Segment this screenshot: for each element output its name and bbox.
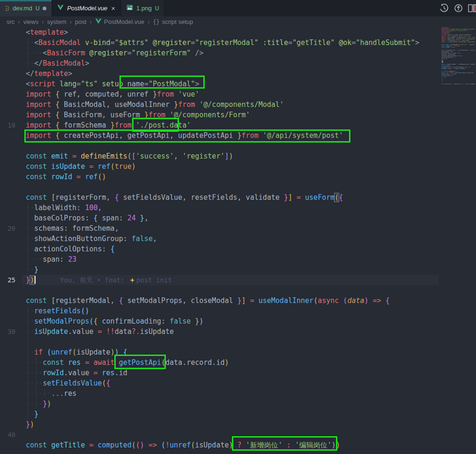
- code-token: :: [283, 441, 291, 449]
- code-token: isUpdate: [441, 68, 447, 69]
- timeline-icon[interactable]: [439, 3, 449, 13]
- code-line: <template>: [0, 27, 439, 38]
- breadcrumb-label: post: [75, 18, 87, 25]
- tab-bar: dev.mdUPostModel.vue×1.pngU: [0, 0, 476, 16]
- code-line: [0, 285, 439, 295]
- code-token: }: [174, 100, 178, 109]
- whitespace-dots: ··: [26, 245, 34, 253]
- code-token: getPostApi: [115, 358, 161, 367]
- code-token: BasicForm, useForm: [60, 111, 144, 119]
- code-token: <: [43, 49, 47, 57]
- code-token: 23: [68, 255, 76, 264]
- breadcrumb-label: views: [23, 18, 39, 25]
- line-number: [0, 234, 22, 244]
- code-token: (: [132, 441, 136, 449]
- code-token: [339, 296, 343, 305]
- code-token: unref: [51, 348, 72, 356]
- code-text: ··}: [22, 265, 38, 275]
- code-token: name: [123, 80, 144, 88]
- code-token: 'register': [182, 152, 224, 160]
- editor-surface[interactable]: <template>··<BasicModal v-bind="$attrs" …: [0, 27, 476, 454]
- code-token: [191, 49, 195, 57]
- compare-icon[interactable]: [454, 3, 463, 13]
- code-token: actionColOptions:: [34, 245, 111, 253]
- code-token: >: [68, 69, 72, 78]
- close-icon[interactable]: ×: [111, 5, 116, 12]
- code-text: ····const res = await getPostApi(data.re…: [22, 357, 229, 368]
- text-cursor: [35, 276, 36, 284]
- code-token: data.record.id: [165, 358, 224, 367]
- code-line: const rowId = ref(): [0, 172, 439, 182]
- breadcrumb-item-system[interactable]: system: [47, 18, 67, 25]
- code-token: >: [415, 38, 419, 47]
- split-editor-icon[interactable]: [468, 3, 476, 13]
- code-token: from: [242, 131, 259, 140]
- code-token: @register: [89, 49, 127, 57]
- breadcrumb-item-post[interactable]: post: [75, 18, 87, 25]
- git-status-badge: U: [36, 5, 40, 12]
- code-token: true: [115, 162, 132, 171]
- code-line: const getTitle = computed(() => (!unref(…: [0, 440, 439, 450]
- code-token: ,: [174, 152, 182, 160]
- code-token: import: [26, 111, 51, 119]
- code-line: ··setModalProps({ confirmLoading: false …: [0, 316, 439, 326]
- code-token: computed: [453, 83, 460, 85]
- breadcrumb-item-src[interactable]: src: [7, 18, 15, 25]
- code-text: import { BasicForm, useForm }from '@/com…: [22, 110, 250, 120]
- code-token: "getTitle": [292, 38, 335, 47]
- code-token: const: [26, 441, 47, 449]
- code-token: ,: [98, 204, 102, 212]
- code-line: ····<BasicForm @register="registerForm" …: [0, 48, 439, 58]
- code-token: isUpdate: [195, 441, 229, 449]
- line-number: [0, 440, 22, 450]
- code-token: 'vue': [174, 90, 199, 98]
- code-line: ··}: [0, 265, 439, 275]
- code-token: />: [468, 30, 469, 31]
- line-number: [0, 38, 22, 48]
- line-number: [0, 141, 22, 151]
- line-number: [0, 27, 22, 38]
- whitespace-dots: ··: [26, 348, 34, 356]
- line-number: [0, 285, 22, 295]
- code-line: ··baseColProps: { span: 24 },: [0, 213, 439, 223]
- code-token: isUpdate: [34, 327, 68, 336]
- whitespace-dots: ··: [26, 327, 34, 336]
- code-token: ?: [238, 441, 242, 449]
- code-token: setModalProps, closeModal: [458, 64, 475, 65]
- code-token: {: [94, 317, 98, 325]
- code-token: ]: [242, 296, 246, 305]
- code-token: registerForm,: [55, 193, 114, 202]
- code-line: 25})You, 前天 • feat: post init: [0, 275, 439, 285]
- code-token: script: [30, 80, 55, 88]
- markdown-icon: [5, 5, 9, 12]
- code-token: =: [111, 38, 115, 47]
- code-token: =: [144, 80, 149, 88]
- line-number: [0, 399, 22, 409]
- line-number: [0, 182, 22, 192]
- code-text: ····span: 23: [22, 254, 76, 265]
- minimap[interactable]: <template><BasicModal v-bind="$attrs" @r…: [441, 27, 475, 224]
- code-token: {: [55, 121, 60, 129]
- code-token: (: [191, 441, 195, 449]
- code-token: ): [336, 441, 340, 449]
- tab-postmodel-vue[interactable]: PostModel.vue×: [52, 0, 121, 16]
- code-token: [: [51, 193, 55, 202]
- code-token: "registerForm": [132, 49, 191, 57]
- code-line: import { BasicModal, useModalInner }from…: [0, 99, 439, 110]
- code-token: defineEmits: [76, 152, 127, 160]
- whitespace-dots: ··: [26, 214, 34, 222]
- code-token: :title: [263, 38, 288, 47]
- code-token: const: [26, 296, 47, 305]
- code-token: .value: [447, 68, 452, 69]
- tab-1-png[interactable]: 1.pngU: [121, 0, 164, 16]
- line-number: [0, 388, 22, 399]
- whitespace-dots: ····: [26, 369, 43, 377]
- breadcrumb-item-postmodel-vue[interactable]: PostModel.vue: [95, 18, 144, 25]
- code-token: @register: [153, 38, 191, 47]
- breadcrumb-item-script-setup[interactable]: {}script setup: [153, 18, 193, 25]
- code-token: async: [318, 296, 339, 305]
- line-number: [0, 151, 22, 161]
- breadcrumb-item-views[interactable]: views: [23, 18, 39, 25]
- tab-dev-md[interactable]: dev.mdU: [0, 0, 52, 16]
- breadcrumb-separator: ›: [70, 18, 72, 25]
